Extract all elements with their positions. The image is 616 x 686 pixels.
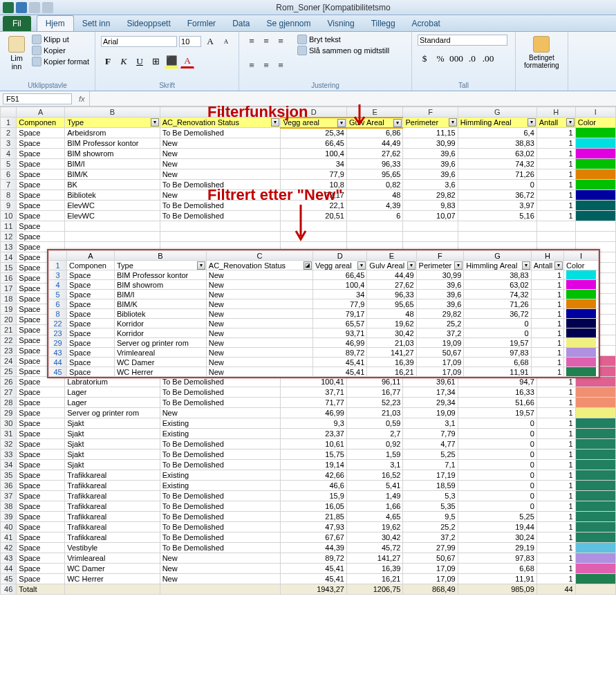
fx-icon[interactable]: fx xyxy=(75,95,89,103)
cell[interactable]: 16,77 xyxy=(346,387,403,398)
cell[interactable]: 97,83 xyxy=(458,553,536,564)
color-cell[interactable] xyxy=(575,149,615,159)
cell[interactable]: 4,65 xyxy=(346,512,403,522)
cell[interactable]: 141,27 xyxy=(367,348,416,358)
cell[interactable]: 1 xyxy=(536,169,575,180)
cell[interactable]: 45,41 xyxy=(313,367,367,377)
wrap-text-button[interactable]: Bryt tekst xyxy=(297,35,389,44)
cell[interactable]: 1 xyxy=(536,149,575,159)
row-header[interactable]: 45 xyxy=(1,574,17,584)
cell[interactable]: 44,49 xyxy=(346,138,403,149)
table-row[interactable]: 37SpaceTrafikkarealTo Be Demolished15,91… xyxy=(1,491,616,501)
color-cell[interactable] xyxy=(575,574,615,584)
cell[interactable]: To Be Demolished xyxy=(160,128,281,138)
color-cell[interactable] xyxy=(575,159,615,169)
cell[interactable]: Trafikkareal xyxy=(65,501,160,512)
cell[interactable]: To Be Demolished xyxy=(160,387,281,398)
cell[interactable]: 29,19 xyxy=(458,543,536,553)
merge-center-button[interactable]: Slå sammen og midtstill xyxy=(297,46,389,55)
color-cell[interactable] xyxy=(575,553,615,564)
row-header[interactable]: 27 xyxy=(1,387,17,398)
cut-button[interactable]: Klipp ut xyxy=(32,35,89,44)
cell[interactable] xyxy=(346,232,403,242)
table-row[interactable]: 8SpaceBibliotekNew79,174829,8236,721 xyxy=(49,309,599,319)
color-cell[interactable] xyxy=(575,532,615,543)
color-cell[interactable] xyxy=(575,180,615,190)
col-header-D[interactable]: D xyxy=(313,251,367,261)
color-cell[interactable] xyxy=(575,429,615,439)
tab-visning[interactable]: Visning xyxy=(319,16,363,31)
cell[interactable]: 11,15 xyxy=(403,128,458,138)
cell[interactable] xyxy=(65,232,160,242)
header-ac_renovation-status[interactable]: AC_Renovation Status◪ xyxy=(206,261,312,270)
increase-decimal-button[interactable]: .0 xyxy=(465,52,479,66)
cell[interactable]: Space xyxy=(17,149,65,159)
cell[interactable]: 15,75 xyxy=(281,449,347,460)
filter-dropdown-icon[interactable]: ▾ xyxy=(337,119,346,127)
col-header-C[interactable]: C xyxy=(160,107,281,118)
color-cell[interactable] xyxy=(575,128,615,138)
cell[interactable]: Space xyxy=(17,512,65,522)
row-header[interactable]: 31 xyxy=(1,429,17,439)
col-header-B[interactable]: B xyxy=(65,107,160,118)
cell[interactable]: Bibliotek xyxy=(114,309,206,319)
cell[interactable]: 1 xyxy=(536,429,575,439)
row-header[interactable]: 34 xyxy=(1,460,17,470)
row-header[interactable]: 23 xyxy=(1,346,17,356)
align-middle-button[interactable]: ≡ xyxy=(259,35,273,48)
filter-dropdown-icon[interactable]: ▾ xyxy=(271,118,279,127)
color-cell[interactable] xyxy=(575,201,615,211)
cell[interactable]: 45,72 xyxy=(346,543,403,553)
tab-acrobat[interactable]: Acrobat xyxy=(404,16,449,31)
cell[interactable]: New xyxy=(206,348,312,358)
cell[interactable]: 1 xyxy=(536,553,575,564)
cell[interactable]: 39,6 xyxy=(403,169,458,180)
cell[interactable]: Space xyxy=(17,574,65,584)
color-cell[interactable] xyxy=(575,408,615,418)
cell[interactable]: Lager xyxy=(65,387,160,398)
font-color-button[interactable]: A xyxy=(180,55,194,68)
cell[interactable]: 16,39 xyxy=(346,564,403,574)
col-header-A[interactable]: A xyxy=(67,251,115,261)
table-row[interactable]: 6SpaceBIM/KNew77,995,6539,671,261 xyxy=(49,299,599,309)
cell[interactable]: Sjakt xyxy=(65,439,160,449)
cell[interactable]: 42,66 xyxy=(281,470,347,481)
cell[interactable]: 30,42 xyxy=(367,328,416,338)
cell[interactable]: 30,99 xyxy=(416,270,464,280)
conditional-formatting-button[interactable]: Betinget formatering xyxy=(521,35,562,71)
cell[interactable]: 0,92 xyxy=(346,439,403,449)
cell[interactable] xyxy=(160,221,281,232)
cell[interactable]: 16,05 xyxy=(281,501,347,512)
format-painter-button[interactable]: Kopier format xyxy=(32,57,89,66)
filter-dropdown-icon[interactable]: ▾ xyxy=(357,261,366,270)
cell[interactable]: 16,52 xyxy=(346,470,403,481)
cell[interactable]: 5,16 xyxy=(458,211,536,221)
cell[interactable]: 95,65 xyxy=(346,169,403,180)
table-row[interactable]: 36SpaceTrafikkarealExisting46,65,4118,59… xyxy=(1,481,616,491)
cell[interactable]: 96,33 xyxy=(367,290,416,299)
cell[interactable]: 0 xyxy=(458,439,536,449)
cell[interactable]: Bibliotek xyxy=(65,190,160,201)
cell[interactable]: 0 xyxy=(464,328,531,338)
col-header-F[interactable]: F xyxy=(416,251,464,261)
table-row[interactable]: 31SpaceSjaktExisting23,372,77,7901 xyxy=(1,429,616,439)
cell[interactable]: 25,2 xyxy=(416,319,464,328)
color-cell[interactable] xyxy=(564,358,599,367)
cell[interactable]: BIM showrom xyxy=(65,149,160,159)
fill-color-button[interactable]: ⬛ xyxy=(165,55,178,68)
cell[interactable] xyxy=(458,232,536,242)
row-header[interactable]: 5 xyxy=(49,290,67,299)
cell[interactable]: Space xyxy=(67,367,115,377)
cell[interactable]: 39,6 xyxy=(416,280,464,290)
cell[interactable]: To Be Demolished xyxy=(160,501,281,512)
color-cell[interactable] xyxy=(575,418,615,429)
cell[interactable]: 1 xyxy=(536,501,575,512)
cell[interactable]: 19,44 xyxy=(458,522,536,532)
cell[interactable]: 25,34 xyxy=(281,128,347,138)
underline-button[interactable]: U xyxy=(133,55,147,68)
cell[interactable]: 1 xyxy=(536,460,575,470)
cell[interactable]: 37,71 xyxy=(281,387,347,398)
col-header-H[interactable]: H xyxy=(531,251,563,261)
filter-dropdown-icon[interactable]: ▾ xyxy=(151,118,159,127)
row-header[interactable]: 30 xyxy=(1,418,17,429)
